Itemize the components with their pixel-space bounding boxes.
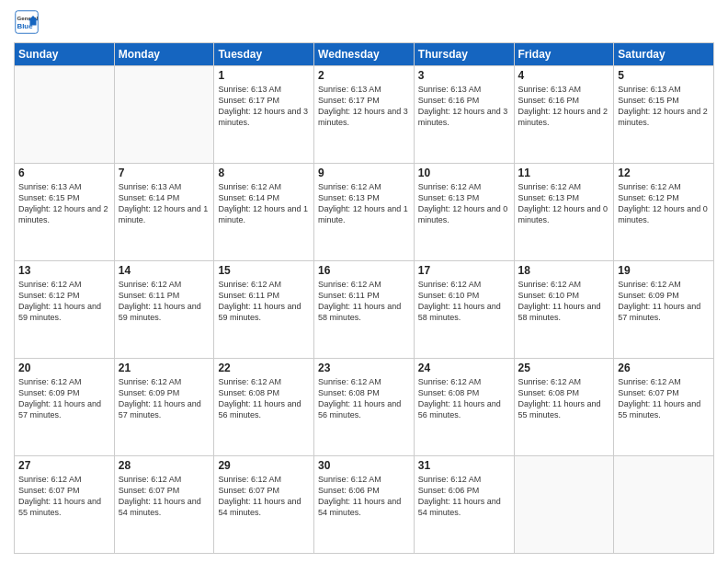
calendar-cell: 3Sunrise: 6:13 AM Sunset: 6:16 PM Daylig… [414,66,514,164]
day-number: 20 [18,362,110,374]
calendar-cell [15,66,115,164]
calendar-cell: 21Sunrise: 6:12 AM Sunset: 6:09 PM Dayli… [114,359,214,456]
calendar-cell: 16Sunrise: 6:12 AM Sunset: 6:11 PM Dayli… [314,261,415,359]
day-number: 7 [119,167,210,179]
day-info: Sunrise: 6:12 AM Sunset: 6:06 PM Dayligh… [418,474,510,519]
calendar-cell: 19Sunrise: 6:12 AM Sunset: 6:09 PM Dayli… [614,261,714,359]
day-info: Sunrise: 6:12 AM Sunset: 6:13 PM Dayligh… [518,181,610,226]
calendar-cell [614,456,714,554]
day-number: 31 [418,459,510,472]
calendar-cell: 29Sunrise: 6:12 AM Sunset: 6:07 PM Dayli… [214,456,314,554]
day-info: Sunrise: 6:13 AM Sunset: 6:17 PM Dayligh… [218,84,310,129]
day-info: Sunrise: 6:12 AM Sunset: 6:13 PM Dayligh… [418,181,510,226]
calendar-cell: 20Sunrise: 6:12 AM Sunset: 6:09 PM Dayli… [15,359,115,456]
day-number: 16 [318,264,410,277]
day-number: 6 [18,167,110,179]
day-number: 11 [518,167,610,179]
calendar-week-1: 1Sunrise: 6:13 AM Sunset: 6:17 PM Daylig… [15,66,714,164]
day-info: Sunrise: 6:12 AM Sunset: 6:08 PM Dayligh… [418,376,510,421]
calendar-cell [514,456,614,554]
calendar-body: 1Sunrise: 6:13 AM Sunset: 6:17 PM Daylig… [15,66,714,554]
calendar-cell: 4Sunrise: 6:13 AM Sunset: 6:16 PM Daylig… [514,66,614,164]
calendar-cell: 6Sunrise: 6:13 AM Sunset: 6:15 PM Daylig… [15,164,115,261]
calendar-week-5: 27Sunrise: 6:12 AM Sunset: 6:07 PM Dayli… [15,456,714,554]
day-info: Sunrise: 6:12 AM Sunset: 6:09 PM Dayligh… [119,376,210,421]
day-info: Sunrise: 6:12 AM Sunset: 6:08 PM Dayligh… [318,376,410,421]
day-info: Sunrise: 6:12 AM Sunset: 6:10 PM Dayligh… [518,279,610,324]
day-number: 12 [618,167,710,179]
calendar-cell: 12Sunrise: 6:12 AM Sunset: 6:12 PM Dayli… [614,164,714,261]
day-header-sunday: Sunday [15,43,115,66]
day-header-thursday: Thursday [414,43,514,66]
calendar-cell: 13Sunrise: 6:12 AM Sunset: 6:12 PM Dayli… [15,261,115,359]
day-info: Sunrise: 6:12 AM Sunset: 6:07 PM Dayligh… [18,474,110,519]
day-info: Sunrise: 6:13 AM Sunset: 6:16 PM Dayligh… [518,84,610,129]
day-info: Sunrise: 6:12 AM Sunset: 6:08 PM Dayligh… [518,376,610,421]
day-info: Sunrise: 6:12 AM Sunset: 6:08 PM Dayligh… [218,376,310,421]
day-info: Sunrise: 6:12 AM Sunset: 6:11 PM Dayligh… [119,279,210,324]
logo: General Blue [14,9,43,35]
day-info: Sunrise: 6:12 AM Sunset: 6:06 PM Dayligh… [318,474,410,519]
day-number: 4 [518,69,610,82]
calendar-cell: 9Sunrise: 6:12 AM Sunset: 6:13 PM Daylig… [314,164,415,261]
day-number: 14 [119,264,210,277]
calendar-cell: 31Sunrise: 6:12 AM Sunset: 6:06 PM Dayli… [414,456,514,554]
calendar-week-2: 6Sunrise: 6:13 AM Sunset: 6:15 PM Daylig… [15,164,714,261]
calendar-cell: 28Sunrise: 6:12 AM Sunset: 6:07 PM Dayli… [114,456,214,554]
calendar-cell: 7Sunrise: 6:13 AM Sunset: 6:14 PM Daylig… [114,164,214,261]
calendar-cell: 1Sunrise: 6:13 AM Sunset: 6:17 PM Daylig… [214,66,314,164]
day-number: 29 [218,459,310,472]
calendar-cell: 8Sunrise: 6:12 AM Sunset: 6:14 PM Daylig… [214,164,314,261]
day-number: 28 [119,459,210,472]
day-number: 15 [218,264,310,277]
day-info: Sunrise: 6:12 AM Sunset: 6:11 PM Dayligh… [318,279,410,324]
day-number: 17 [418,264,510,277]
calendar-week-3: 13Sunrise: 6:12 AM Sunset: 6:12 PM Dayli… [15,261,714,359]
day-info: Sunrise: 6:12 AM Sunset: 6:12 PM Dayligh… [618,181,710,226]
calendar-cell: 24Sunrise: 6:12 AM Sunset: 6:08 PM Dayli… [414,359,514,456]
page: General Blue SundayMondayTuesdayWednesda… [0,0,728,563]
day-info: Sunrise: 6:12 AM Sunset: 6:10 PM Dayligh… [418,279,510,324]
day-number: 23 [318,362,410,374]
day-info: Sunrise: 6:12 AM Sunset: 6:09 PM Dayligh… [618,279,710,324]
calendar: SundayMondayTuesdayWednesdayThursdayFrid… [14,42,714,554]
day-number: 22 [218,362,310,374]
calendar-cell [114,66,214,164]
day-number: 30 [318,459,410,472]
day-header-friday: Friday [514,43,614,66]
calendar-cell: 17Sunrise: 6:12 AM Sunset: 6:10 PM Dayli… [414,261,514,359]
day-info: Sunrise: 6:12 AM Sunset: 6:12 PM Dayligh… [18,279,110,324]
header-row: SundayMondayTuesdayWednesdayThursdayFrid… [15,43,714,66]
day-number: 13 [18,264,110,277]
logo-icon: General Blue [14,9,40,35]
calendar-week-4: 20Sunrise: 6:12 AM Sunset: 6:09 PM Dayli… [15,359,714,456]
calendar-cell: 15Sunrise: 6:12 AM Sunset: 6:11 PM Dayli… [214,261,314,359]
day-number: 26 [618,362,710,374]
day-info: Sunrise: 6:12 AM Sunset: 6:11 PM Dayligh… [218,279,310,324]
day-number: 5 [618,69,710,82]
day-number: 27 [18,459,110,472]
day-info: Sunrise: 6:13 AM Sunset: 6:15 PM Dayligh… [618,84,710,129]
calendar-cell: 2Sunrise: 6:13 AM Sunset: 6:17 PM Daylig… [314,66,415,164]
day-number: 3 [418,69,510,82]
calendar-cell: 14Sunrise: 6:12 AM Sunset: 6:11 PM Dayli… [114,261,214,359]
day-number: 1 [218,69,310,82]
day-info: Sunrise: 6:12 AM Sunset: 6:14 PM Dayligh… [218,181,310,226]
day-info: Sunrise: 6:13 AM Sunset: 6:17 PM Dayligh… [318,84,410,129]
day-number: 8 [218,167,310,179]
day-number: 18 [518,264,610,277]
day-header-monday: Monday [114,43,214,66]
calendar-cell: 27Sunrise: 6:12 AM Sunset: 6:07 PM Dayli… [15,456,115,554]
day-info: Sunrise: 6:13 AM Sunset: 6:14 PM Dayligh… [119,181,210,226]
day-header-tuesday: Tuesday [214,43,314,66]
calendar-cell: 25Sunrise: 6:12 AM Sunset: 6:08 PM Dayli… [514,359,614,456]
calendar-cell: 30Sunrise: 6:12 AM Sunset: 6:06 PM Dayli… [314,456,415,554]
day-number: 24 [418,362,510,374]
day-info: Sunrise: 6:12 AM Sunset: 6:07 PM Dayligh… [119,474,210,519]
day-number: 10 [418,167,510,179]
day-header-wednesday: Wednesday [314,43,415,66]
day-info: Sunrise: 6:13 AM Sunset: 6:15 PM Dayligh… [18,181,110,226]
day-number: 25 [518,362,610,374]
day-header-saturday: Saturday [614,43,714,66]
calendar-cell: 5Sunrise: 6:13 AM Sunset: 6:15 PM Daylig… [614,66,714,164]
